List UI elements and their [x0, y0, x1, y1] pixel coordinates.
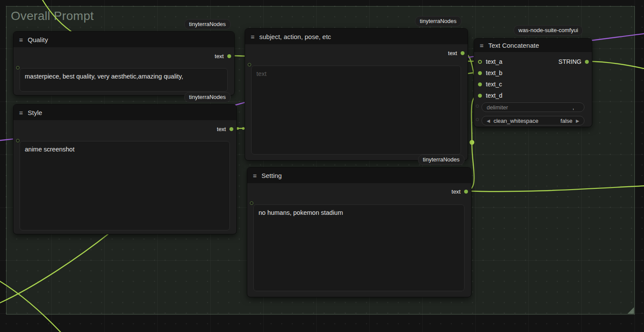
node-concat-titlebar[interactable]: ≡ Text Concatenate — [474, 39, 592, 52]
node-subject-titlebar[interactable]: ≡ subject, action, pose, etc — [245, 29, 468, 44]
node-pack-badge: tinyterraNodes — [184, 19, 231, 30]
input-dot-icon[interactable] — [16, 139, 20, 142]
node-quality-titlebar[interactable]: ≡ Quality — [13, 32, 234, 47]
node-setting[interactable]: ≡ Setting text no humans, pokemon stadiu… — [247, 167, 471, 297]
wire-string-out-right — [586, 61, 644, 69]
menu-icon[interactable]: ≡ — [253, 172, 257, 179]
output-slot-text[interactable]: text — [448, 49, 465, 57]
wire-bottom-left-down — [0, 280, 62, 332]
menu-icon[interactable]: ≡ — [19, 36, 23, 43]
node-pack-badge: tinyterraNodes — [415, 16, 461, 26]
node-title-label: subject, action, pose, etc — [259, 33, 331, 40]
input-dot-icon[interactable] — [16, 66, 20, 69]
combo-right-arrow-icon[interactable]: ▶ — [576, 118, 579, 123]
output-dot-icon[interactable] — [461, 51, 465, 55]
node-title-label: Text Concatenate — [488, 42, 539, 49]
output-slot-label: STRING — [558, 58, 581, 65]
output-slot-string[interactable]: STRING — [558, 58, 589, 66]
output-slot-label: text — [448, 50, 457, 56]
node-style-titlebar[interactable]: ≡ Style — [13, 105, 236, 120]
output-slot-label: text — [215, 53, 224, 59]
input-dot-icon[interactable] — [478, 94, 482, 98]
node-subject[interactable]: ≡ subject, action, pose, etc text text — [245, 28, 468, 161]
node-quality[interactable]: ≡ Quality text masterpiece, best quality… — [13, 31, 235, 95]
wire-setting-out-right — [465, 186, 644, 191]
input-dot-icon[interactable] — [478, 82, 482, 86]
wire-top-left — [41, 0, 76, 35]
delimiter-label: delimiter — [487, 104, 508, 111]
output-dot-icon[interactable] — [585, 60, 589, 64]
input-dot-icon[interactable] — [478, 71, 482, 75]
input-slot-label: text_a — [486, 58, 502, 65]
input-dot-icon[interactable] — [248, 63, 251, 66]
input-dot-icon[interactable] — [478, 60, 482, 64]
output-dot-icon[interactable] — [227, 54, 231, 58]
node-style[interactable]: ≡ Style text anime screenshot — [13, 104, 237, 234]
node-pack-badge: was-node-suite-comfyui — [514, 25, 583, 36]
node-text-concatenate[interactable]: ≡ Text Concatenate text_a text_b text_c … — [474, 38, 592, 127]
output-slot-text[interactable]: text — [215, 52, 231, 60]
combo-label: clean_whitespace — [494, 118, 538, 124]
input-slot-text-b[interactable]: text_b — [478, 69, 502, 77]
menu-icon[interactable]: ≡ — [19, 109, 23, 116]
input-slot-text-a[interactable]: text_a — [478, 58, 502, 66]
node-title-label: Style — [28, 109, 42, 116]
input-slot-text-d[interactable]: text_d — [478, 92, 502, 99]
input-slot-label: text_b — [486, 69, 502, 76]
node-pack-badge: tinyterraNodes — [184, 92, 231, 102]
input-dot-icon[interactable] — [250, 201, 253, 205]
delimiter-field[interactable]: delimiter , — [481, 102, 584, 112]
node-title-label: Setting — [262, 172, 282, 179]
node-pack-badge: tinyterraNodes — [418, 154, 465, 165]
node-title-label: Quality — [28, 36, 48, 43]
combo-left-arrow-icon[interactable]: ◀ — [487, 118, 490, 123]
widget-pin-icon[interactable] — [476, 118, 479, 121]
output-slot-text[interactable]: text — [217, 125, 233, 133]
delimiter-value: , — [572, 104, 579, 111]
output-dot-icon[interactable] — [464, 190, 468, 194]
menu-icon[interactable]: ≡ — [251, 33, 255, 40]
output-slot-text[interactable]: text — [451, 187, 468, 195]
menu-icon[interactable]: ≡ — [480, 42, 484, 49]
wire-midpoint-dot — [470, 140, 475, 145]
output-dot-icon[interactable] — [229, 127, 233, 131]
clean-whitespace-combo[interactable]: ◀ clean_whitespace false ▶ — [481, 116, 584, 125]
text-input[interactable]: anime screenshot — [20, 141, 230, 230]
text-input[interactable]: no humans, pokemon stadium — [253, 204, 465, 291]
output-slot-label: text — [451, 188, 461, 195]
node-setting-titlebar[interactable]: ≡ Setting — [247, 168, 471, 183]
widget-pin-icon[interactable] — [476, 105, 479, 108]
wire-bottom-left-up — [0, 233, 110, 304]
text-input[interactable]: text — [251, 66, 461, 154]
input-slot-text-c[interactable]: text_c — [478, 80, 502, 88]
input-slot-label: text_c — [486, 81, 502, 88]
node-graph-canvas[interactable]: Overall Prompt ≡ Quality text masterpiec… — [0, 0, 644, 332]
combo-value: false — [561, 118, 576, 124]
text-input[interactable]: masterpiece, best quality, very aestheti… — [20, 68, 228, 92]
input-slot-label: text_d — [486, 92, 502, 99]
output-slot-label: text — [217, 126, 226, 132]
